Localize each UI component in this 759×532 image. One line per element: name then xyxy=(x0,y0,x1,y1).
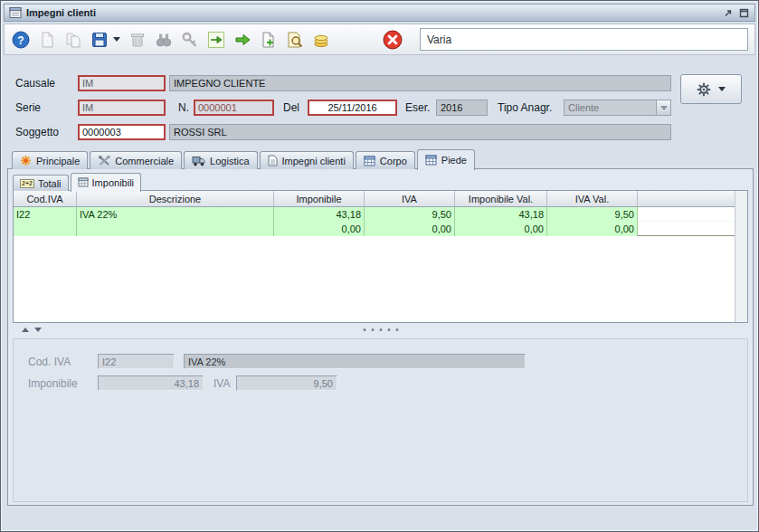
main-tabbar: Principale Commerciale Logistica Impegni… xyxy=(12,148,475,169)
column-header-imponibile[interactable]: Imponibile xyxy=(274,191,365,207)
cod-iva-description-field: IVA 22% xyxy=(184,354,526,369)
toolbar-context-field[interactable]: Varia xyxy=(420,28,748,51)
detach-window-icon[interactable] xyxy=(722,7,734,19)
settings-caret-icon xyxy=(718,87,726,91)
table-cell[interactable]: 0,00 xyxy=(455,222,547,236)
data-documento-field[interactable]: 25/11/2016 xyxy=(308,100,397,116)
binoculars-icon[interactable] xyxy=(154,30,174,50)
coins-icon[interactable] xyxy=(311,30,331,50)
tab-label: Impegni clienti xyxy=(282,156,346,166)
table-cell[interactable]: 43,18 xyxy=(455,207,547,222)
column-header-iva[interactable]: IVA xyxy=(365,191,455,207)
grid-icon xyxy=(364,156,375,166)
collapse-down-icon[interactable] xyxy=(34,328,42,332)
add-document-icon[interactable] xyxy=(259,30,279,50)
table-header-row: Cod.IVA Descrizione Imponibile IVA Impon… xyxy=(14,191,735,207)
column-header-iva-val[interactable]: IVA Val. xyxy=(547,191,638,207)
causale-label: Causale xyxy=(15,77,55,90)
table-row[interactable]: 0,00 0,00 0,00 0,00 xyxy=(14,222,735,236)
tab-label: Corpo xyxy=(380,156,407,166)
column-header-codiva[interactable]: Cod.IVA xyxy=(14,191,77,207)
gear-icon xyxy=(697,82,711,97)
numero-field[interactable]: 0000001 xyxy=(194,100,274,116)
table-icon xyxy=(78,177,89,187)
tab-label: Commerciale xyxy=(115,156,174,166)
soggetto-label: Soggetto xyxy=(15,126,59,138)
tab-commerciale[interactable]: Commerciale xyxy=(90,151,182,169)
table-cell[interactable]: 9,50 xyxy=(365,207,455,222)
detail-panel: Cod. IVA I22 IVA 22% Imponibile 43,18 IV… xyxy=(13,338,748,502)
subtab-label: Imponibili xyxy=(92,177,134,188)
numero-label: N. xyxy=(178,101,189,114)
toolbar: ? xyxy=(4,24,755,55)
column-header-filler xyxy=(638,191,735,207)
titlebar: Impegni clienti xyxy=(4,4,755,22)
key-icon[interactable] xyxy=(180,30,200,50)
save-icon[interactable] xyxy=(90,30,109,50)
svg-text:?: ? xyxy=(17,33,24,46)
tipo-anagrafica-value: Cliente xyxy=(565,102,656,113)
duplicate-document-icon[interactable] xyxy=(63,30,83,50)
table-cell[interactable]: 0,00 xyxy=(365,222,455,236)
save-menu-caret-icon[interactable] xyxy=(112,30,121,50)
esercizio-label: Eser. xyxy=(405,101,430,114)
vertical-scrollbar[interactable] xyxy=(735,191,747,322)
column-header-descrizione[interactable]: Descrizione xyxy=(77,191,274,207)
help-icon[interactable]: ? xyxy=(11,30,31,50)
preview-icon[interactable] xyxy=(285,30,305,50)
tab-principale[interactable]: Principale xyxy=(12,151,88,169)
table-cell[interactable] xyxy=(77,222,274,236)
tipo-anagrafica-combo: Cliente xyxy=(564,100,671,116)
imponibile-label: Imponibile xyxy=(28,377,78,390)
collapse-up-icon[interactable] xyxy=(22,328,29,332)
causale-code-field[interactable]: IM xyxy=(78,75,166,91)
data-documento-label: Del xyxy=(283,101,299,114)
window-title: Impegni clienti xyxy=(26,7,717,18)
iva-label: IVA xyxy=(213,377,230,390)
imponibile-field: 43,18 xyxy=(98,375,204,391)
new-document-icon[interactable] xyxy=(37,30,57,50)
divider-grip-icon xyxy=(363,328,398,331)
tab-impegni-clienti[interactable]: Impegni clienti xyxy=(260,151,354,169)
grid-icon xyxy=(425,155,437,166)
forward-icon[interactable] xyxy=(232,30,252,50)
truck-icon xyxy=(192,156,205,166)
cod-iva-field: I22 xyxy=(98,354,175,369)
soggetto-description-field: ROSSI SRL xyxy=(169,124,671,140)
table-cell[interactable]: 9,50 xyxy=(547,207,638,222)
tipo-anagrafica-label: Tipo Anagr. xyxy=(498,101,552,114)
sun-icon xyxy=(20,155,32,166)
tab-label: Logistica xyxy=(210,156,249,166)
table-cell[interactable]: I22 xyxy=(14,207,77,222)
column-header-imponibile-val[interactable]: Imponibile Val. xyxy=(455,191,547,207)
tab-piede[interactable]: Piede xyxy=(417,149,475,170)
combo-dropdown-button xyxy=(656,100,670,115)
tab-logistica[interactable]: Logistica xyxy=(184,151,257,169)
tab-totali[interactable]: 2+2 Totali xyxy=(13,175,69,191)
imponibili-table-panel: Cod.IVA Descrizione Imponibile IVA Impon… xyxy=(13,190,748,323)
soggetto-code-field[interactable]: 0000003 xyxy=(78,124,166,140)
table-cell[interactable]: IVA 22% xyxy=(77,207,274,222)
causale-description-field: IMPEGNO CLIENTE xyxy=(169,75,671,91)
serie-field[interactable]: IM xyxy=(78,100,166,116)
table-cell[interactable]: 0,00 xyxy=(547,222,638,236)
table-cell[interactable] xyxy=(14,222,77,236)
table-row[interactable]: I22 IVA 22% 43,18 9,50 43,18 9,50 xyxy=(14,207,735,222)
document-icon xyxy=(268,155,278,166)
piede-panel: 2+2 Totali Imponibili Cod.IVA Descrizion… xyxy=(7,168,754,506)
tab-label: Principale xyxy=(36,156,80,166)
table-cell[interactable]: 0,00 xyxy=(274,222,365,236)
totali-icon: 2+2 xyxy=(20,179,34,188)
split-divider[interactable] xyxy=(13,324,748,336)
subtab-label: Totali xyxy=(38,178,62,189)
tab-corpo[interactable]: Corpo xyxy=(356,151,415,169)
export-icon[interactable] xyxy=(206,30,226,50)
settings-button[interactable] xyxy=(680,74,742,104)
delete-icon[interactable] xyxy=(128,30,147,50)
sub-tabbar: 2+2 Totali Imponibili xyxy=(13,172,141,191)
tab-imponibili[interactable]: Imponibili xyxy=(71,173,141,192)
table-cell[interactable]: 43,18 xyxy=(274,207,365,222)
cancel-icon[interactable] xyxy=(381,28,404,52)
tools-icon xyxy=(98,155,110,166)
maximize-window-icon[interactable] xyxy=(738,7,750,19)
